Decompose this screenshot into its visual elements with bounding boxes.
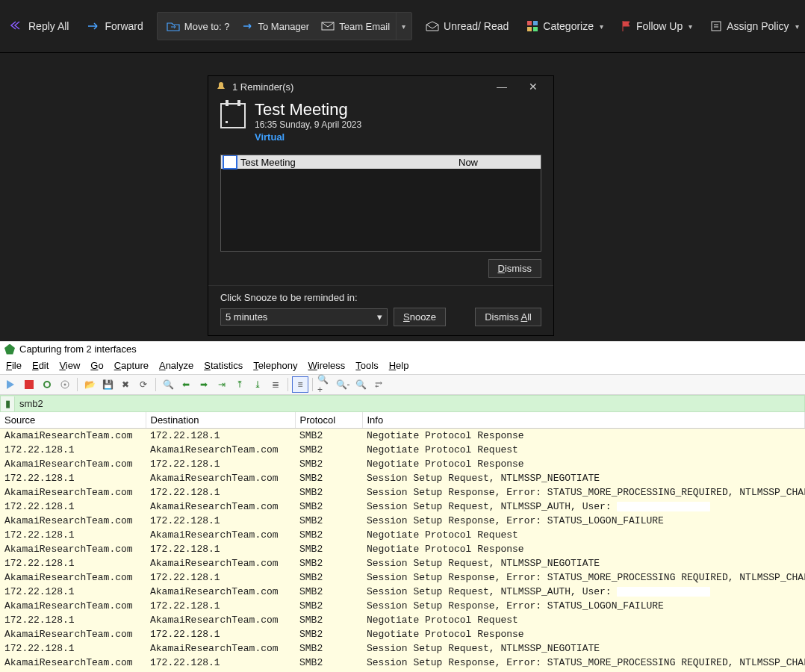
packet-list-header[interactable]: Source Destination Protocol Info bbox=[0, 412, 805, 429]
find-packet-icon[interactable]: 🔍 bbox=[160, 376, 176, 393]
packet-row[interactable]: 172.22.128.1AkamaiResearchTeam.comSMB2Se… bbox=[0, 556, 805, 570]
cell-source: 172.22.128.1 bbox=[0, 556, 146, 570]
flag-icon bbox=[621, 20, 632, 32]
quick-steps-dropdown[interactable]: ▾ bbox=[396, 13, 408, 40]
categorize-button[interactable]: Categorize ▾ bbox=[522, 16, 608, 37]
zoom-reset-icon[interactable]: 🔍 bbox=[352, 376, 369, 393]
menu-help[interactable]: Help bbox=[389, 360, 409, 371]
team-email-button[interactable]: Team Email bbox=[315, 18, 396, 35]
snooze-interval-select[interactable]: 5 minutes ▾ bbox=[220, 308, 388, 326]
menu-view[interactable]: View bbox=[59, 360, 80, 371]
col-protocol[interactable]: Protocol bbox=[295, 412, 362, 429]
unread-read-button[interactable]: Unread/ Read bbox=[421, 16, 513, 37]
dismiss-button[interactable]: Dismiss bbox=[488, 259, 542, 278]
packet-row[interactable]: 172.22.128.1AkamaiResearchTeam.comSMB2Se… bbox=[0, 500, 805, 514]
packet-row[interactable]: 172.22.128.1AkamaiResearchTeam.comSMB2Se… bbox=[0, 585, 805, 599]
auto-scroll-icon[interactable]: ≣ bbox=[267, 376, 284, 393]
save-file-icon[interactable]: 💾 bbox=[99, 376, 116, 393]
go-to-packet-icon[interactable]: ⇥ bbox=[214, 376, 230, 393]
cell-destination: 172.22.128.1 bbox=[146, 485, 295, 500]
stop-capture-icon[interactable] bbox=[21, 376, 37, 393]
go-first-icon[interactable]: ⤒ bbox=[231, 376, 248, 393]
menu-telephony[interactable]: Telephony bbox=[253, 360, 297, 371]
minimize-button[interactable]: — bbox=[489, 81, 515, 93]
outlook-message-area: 1 Reminder(s) — ✕ Test Meeting 16:35 Sun… bbox=[0, 53, 805, 341]
cell-info: Negotiate Protocol Response bbox=[362, 457, 805, 471]
forward-button[interactable]: Forward bbox=[82, 16, 147, 37]
go-back-icon[interactable]: ⬅ bbox=[178, 376, 194, 393]
close-button[interactable]: ✕ bbox=[520, 81, 546, 93]
col-info[interactable]: Info bbox=[362, 412, 805, 429]
menu-file[interactable]: File bbox=[6, 360, 22, 371]
packet-row[interactable]: AkamaiResearchTeam.com172.22.128.1SMB2Se… bbox=[0, 656, 805, 670]
zoom-out-icon[interactable]: 🔍- bbox=[335, 376, 351, 393]
zoom-in-icon[interactable]: 🔍+ bbox=[317, 376, 333, 393]
packet-row[interactable]: AkamaiResearchTeam.com172.22.128.1SMB2Se… bbox=[0, 570, 805, 585]
cell-destination: AkamaiResearchTeam.com bbox=[146, 613, 295, 627]
svg-point-7 bbox=[44, 382, 50, 388]
snooze-button[interactable]: Snooze bbox=[394, 308, 446, 326]
outlook-toolbar: Reply All Forward Move to: ? To Manager … bbox=[0, 0, 805, 53]
go-last-icon[interactable]: ⤓ bbox=[249, 376, 266, 393]
packet-row[interactable]: 172.22.128.1AkamaiResearchTeam.comSMB2Ne… bbox=[0, 613, 805, 627]
menu-edit[interactable]: Edit bbox=[32, 360, 49, 371]
cell-source: AkamaiResearchTeam.com bbox=[0, 429, 146, 444]
reminder-list[interactable]: Test Meeting Now bbox=[220, 155, 541, 252]
wireshark-toolbar: 📂 💾 ✖ ⟳ 🔍 ⬅ ➡ ⇥ ⤒ ⤓ ≣ ≡ 🔍+ 🔍- 🔍 ⥂ bbox=[0, 374, 805, 395]
cell-source: 172.22.128.1 bbox=[0, 500, 146, 514]
assign-policy-button[interactable]: Assign Policy ▾ bbox=[706, 16, 803, 37]
col-destination[interactable]: Destination bbox=[146, 412, 295, 429]
reply-all-button[interactable]: Reply All bbox=[6, 16, 73, 37]
cell-info: Session Setup Response, Error: STATUS_MO… bbox=[362, 485, 805, 500]
open-file-icon[interactable]: 📂 bbox=[81, 376, 98, 393]
restart-capture-icon[interactable] bbox=[39, 376, 55, 393]
cell-info: Session Setup Request, NTLMSSP_NEGOTIATE bbox=[362, 471, 805, 485]
menu-capture[interactable]: Capture bbox=[114, 360, 149, 371]
close-file-icon[interactable]: ✖ bbox=[117, 376, 134, 393]
packet-row[interactable]: AkamaiResearchTeam.com172.22.128.1SMB2Ne… bbox=[0, 457, 805, 471]
packet-row[interactable]: 172.22.128.1AkamaiResearchTeam.comSMB2Ne… bbox=[0, 528, 805, 542]
move-folder-icon bbox=[167, 21, 180, 31]
reminder-actions: Dismiss bbox=[208, 252, 553, 285]
packet-row[interactable]: AkamaiResearchTeam.com172.22.128.1SMB2Se… bbox=[0, 485, 805, 500]
cell-destination: 172.22.128.1 bbox=[146, 457, 295, 471]
move-to-button[interactable]: Move to: ? bbox=[161, 18, 236, 35]
menu-tools[interactable]: Tools bbox=[355, 360, 378, 371]
reminder-location[interactable]: Virtual bbox=[255, 131, 361, 143]
filter-bookmark-icon[interactable]: ▮ bbox=[1, 396, 15, 411]
chevron-down-icon: ▾ bbox=[689, 22, 692, 31]
to-manager-button[interactable]: To Manager bbox=[236, 18, 316, 35]
menu-statistics[interactable]: Statistics bbox=[204, 360, 243, 371]
resize-columns-icon[interactable]: ⥂ bbox=[370, 376, 387, 393]
reminder-list-item[interactable]: Test Meeting Now bbox=[221, 155, 541, 169]
follow-up-button[interactable]: Follow Up ▾ bbox=[617, 16, 697, 37]
packet-row[interactable]: AkamaiResearchTeam.com172.22.128.1SMB2Ne… bbox=[0, 429, 805, 444]
reminder-item-when: Now bbox=[459, 157, 541, 168]
wireshark-titlebar: Capturing from 2 interfaces bbox=[0, 341, 805, 357]
packet-row[interactable]: AkamaiResearchTeam.com172.22.128.1SMB2Se… bbox=[0, 599, 805, 613]
reminder-titlebar[interactable]: 1 Reminder(s) — ✕ bbox=[208, 76, 553, 97]
packet-row[interactable]: AkamaiResearchTeam.com172.22.128.1SMB2Ne… bbox=[0, 542, 805, 556]
reload-icon[interactable]: ⟳ bbox=[135, 376, 152, 393]
capture-options-icon[interactable] bbox=[57, 376, 73, 393]
col-source[interactable]: Source bbox=[0, 412, 146, 429]
packet-row[interactable]: 172.22.128.1AkamaiResearchTeam.comSMB2Se… bbox=[0, 471, 805, 485]
menu-wireless[interactable]: Wireless bbox=[308, 360, 346, 371]
menu-analyze[interactable]: Analyze bbox=[159, 360, 193, 371]
colorize-icon[interactable]: ≡ bbox=[292, 376, 308, 393]
cell-info: Session Setup Response, Error: STATUS_MO… bbox=[362, 570, 805, 585]
menu-go[interactable]: Go bbox=[90, 360, 103, 371]
reminder-window: 1 Reminder(s) — ✕ Test Meeting 16:35 Sun… bbox=[208, 75, 554, 336]
packet-row[interactable]: 172.22.128.1AkamaiResearchTeam.comSMB2Se… bbox=[0, 641, 805, 656]
to-manager-icon bbox=[242, 22, 254, 31]
packet-row[interactable]: AkamaiResearchTeam.com172.22.128.1SMB2Se… bbox=[0, 514, 805, 528]
packet-row[interactable]: AkamaiResearchTeam.com172.22.128.1SMB2Ne… bbox=[0, 627, 805, 641]
start-capture-icon[interactable] bbox=[3, 376, 19, 393]
display-filter-input[interactable] bbox=[15, 396, 804, 411]
dismiss-all-button[interactable]: Dismiss All bbox=[475, 308, 541, 326]
follow-up-label: Follow Up bbox=[636, 20, 683, 32]
cell-protocol: SMB2 bbox=[295, 514, 362, 528]
go-forward-icon[interactable]: ➡ bbox=[196, 376, 212, 393]
packet-row[interactable]: 172.22.128.1AkamaiResearchTeam.comSMB2Ne… bbox=[0, 443, 805, 457]
chevron-down-icon: ▾ bbox=[600, 22, 603, 31]
